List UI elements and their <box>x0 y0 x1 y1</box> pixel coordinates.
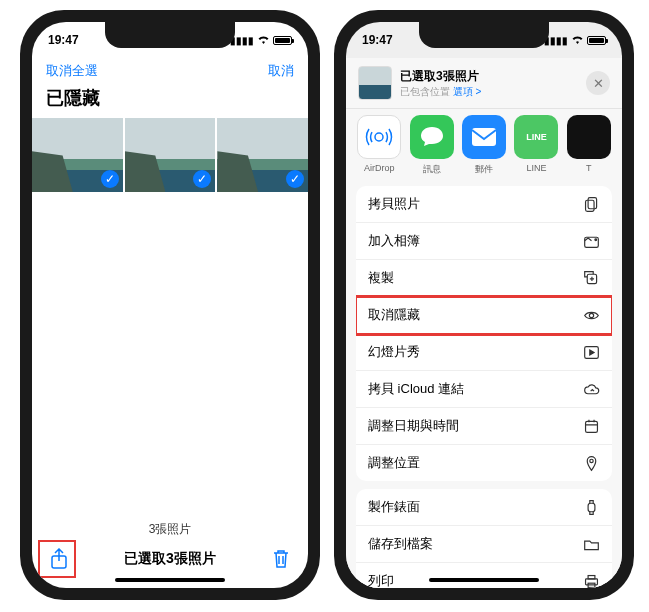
action-cloud[interactable]: 拷貝 iCloud 連結 <box>356 371 612 408</box>
wifi-icon <box>257 35 270 45</box>
action-list: 拷貝照片加入相簿複製取消隱藏幻燈片秀拷貝 iCloud 連結調整日期與時間調整位… <box>346 180 622 588</box>
svg-rect-12 <box>588 503 595 512</box>
battery-icon <box>273 36 292 45</box>
cloud-icon <box>582 380 600 398</box>
action-printer[interactable]: 列印 <box>356 563 612 588</box>
duplicate-icon <box>582 269 600 287</box>
action-album[interactable]: 加入相簿 <box>356 223 612 260</box>
home-indicator[interactable] <box>429 578 539 582</box>
photo-thumb[interactable]: ✓ <box>125 118 216 192</box>
action-group: 製作錶面儲存到檔案列印利用PDF Reader編輯PDF <box>356 489 612 588</box>
action-label: 儲存到檔案 <box>368 535 433 553</box>
share-subtitle: 已包含位置 選項 > <box>400 85 481 99</box>
apps-row: AirDrop訊息郵件LINELINET <box>346 109 622 180</box>
app-AirDrop[interactable]: AirDrop <box>356 115 402 176</box>
clock: 19:47 <box>362 33 393 47</box>
svg-point-1 <box>375 133 383 141</box>
copy-icon <box>582 195 600 213</box>
selection-topbar: 取消全選 取消 <box>32 58 308 84</box>
photo-thumb[interactable]: ✓ <box>32 118 123 192</box>
svg-rect-13 <box>585 578 597 584</box>
phone-frame-right: 19:47 ▮▮▮▮ 已選取3張照片 已包含位置 選項 > ✕ AirDrop訊… <box>334 10 634 600</box>
action-folder[interactable]: 儲存到檔案 <box>356 526 612 563</box>
app-郵件[interactable]: 郵件 <box>461 115 507 176</box>
deselect-all-button[interactable]: 取消全選 <box>46 62 98 80</box>
app-icon: LINE <box>514 115 558 159</box>
app-icon <box>462 115 506 159</box>
app-icon <box>567 115 611 159</box>
eye-icon <box>582 306 600 324</box>
check-icon: ✓ <box>193 170 211 188</box>
highlight-share <box>38 540 76 578</box>
svg-rect-2 <box>472 128 496 146</box>
action-group: 拷貝照片加入相簿複製取消隱藏幻燈片秀拷貝 iCloud 連結調整日期與時間調整位… <box>356 186 612 481</box>
wifi-icon <box>571 35 584 45</box>
app-T[interactable]: T <box>566 115 612 176</box>
notch <box>419 22 549 48</box>
notch <box>105 22 235 48</box>
action-label: 拷貝照片 <box>368 195 420 213</box>
action-calendar[interactable]: 調整日期與時間 <box>356 408 612 445</box>
app-label: 郵件 <box>461 163 507 176</box>
status-icons: ▮▮▮▮ <box>230 35 292 46</box>
share-header: 已選取3張照片 已包含位置 選項 > ✕ <box>346 58 622 109</box>
cancel-button[interactable]: 取消 <box>268 62 294 80</box>
svg-point-8 <box>589 313 593 317</box>
action-label: 加入相簿 <box>368 232 420 250</box>
svg-point-11 <box>589 459 592 462</box>
app-label: LINE <box>513 163 559 173</box>
app-訊息[interactable]: 訊息 <box>408 115 454 176</box>
home-indicator[interactable] <box>115 578 225 582</box>
share-thumb-icon <box>358 66 392 100</box>
screen-left: 19:47 ▮▮▮▮ 取消全選 取消 已隱藏 ✓ ✓ ✓ 3張照片 已選取3張照… <box>32 22 308 588</box>
photo-thumb[interactable]: ✓ <box>217 118 308 192</box>
printer-icon <box>582 572 600 588</box>
svg-rect-4 <box>585 200 594 211</box>
action-duplicate[interactable]: 複製 <box>356 260 612 297</box>
action-play[interactable]: 幻燈片秀 <box>356 334 612 371</box>
action-eye[interactable]: 取消隱藏 <box>356 297 612 334</box>
share-options-link[interactable]: 選項 > <box>453 86 482 97</box>
selection-title: 已選取3張照片 <box>124 550 216 568</box>
pin-icon <box>582 454 600 472</box>
action-label: 列印 <box>368 572 394 588</box>
app-label: AirDrop <box>356 163 402 173</box>
album-title: 已隱藏 <box>32 84 308 118</box>
calendar-icon <box>582 417 600 435</box>
photo-count: 3張照片 <box>32 521 308 538</box>
app-label: 訊息 <box>408 163 454 176</box>
share-title: 已選取3張照片 <box>400 68 481 85</box>
action-pin[interactable]: 調整位置 <box>356 445 612 481</box>
action-label: 調整日期與時間 <box>368 417 459 435</box>
clock: 19:47 <box>48 33 79 47</box>
battery-icon <box>587 36 606 45</box>
trash-icon[interactable] <box>270 548 292 570</box>
svg-rect-10 <box>585 421 597 432</box>
app-icon <box>357 115 401 159</box>
action-copy[interactable]: 拷貝照片 <box>356 186 612 223</box>
status-icons: ▮▮▮▮ <box>544 35 606 46</box>
share-sub-prefix: 已包含位置 <box>400 86 453 97</box>
play-icon <box>582 343 600 361</box>
svg-point-6 <box>594 238 596 240</box>
app-icon <box>410 115 454 159</box>
action-label: 調整位置 <box>368 454 420 472</box>
close-icon[interactable]: ✕ <box>586 71 610 95</box>
action-label: 製作錶面 <box>368 498 420 516</box>
action-label: 拷貝 iCloud 連結 <box>368 380 464 398</box>
app-label: T <box>566 163 612 173</box>
svg-rect-14 <box>588 575 595 578</box>
share-header-text: 已選取3張照片 已包含位置 選項 > <box>400 68 481 99</box>
phone-frame-left: 19:47 ▮▮▮▮ 取消全選 取消 已隱藏 ✓ ✓ ✓ 3張照片 已選取3張照… <box>20 10 320 600</box>
check-icon: ✓ <box>101 170 119 188</box>
action-label: 幻燈片秀 <box>368 343 420 361</box>
folder-icon <box>582 535 600 553</box>
svg-rect-3 <box>588 197 597 208</box>
action-watch[interactable]: 製作錶面 <box>356 489 612 526</box>
app-LINE[interactable]: LINELINE <box>513 115 559 176</box>
action-label: 取消隱藏 <box>368 306 420 324</box>
screen-right: 19:47 ▮▮▮▮ 已選取3張照片 已包含位置 選項 > ✕ AirDrop訊… <box>346 22 622 588</box>
check-icon: ✓ <box>286 170 304 188</box>
photo-grid: ✓ ✓ ✓ <box>32 118 308 192</box>
album-icon <box>582 232 600 250</box>
